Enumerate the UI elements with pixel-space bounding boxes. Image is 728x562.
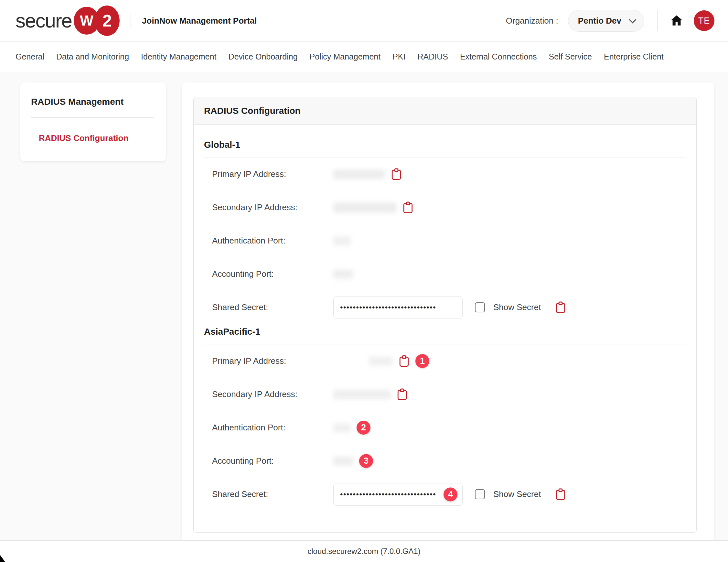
portal-title: JoinNow Management Portal xyxy=(142,16,257,26)
field-value: •••••••••••••••••••••••••••••• Show Secr… xyxy=(333,296,566,319)
field-row-shared-secret: Shared Secret: •••••••••••••••••••••••••… xyxy=(212,291,696,324)
field-row-secondary-ip: Secondary IP Address: xyxy=(212,378,696,411)
panel-title: RADIUS Configuration xyxy=(204,106,301,116)
field-value: 3 xyxy=(333,454,373,468)
field-label: Shared Secret: xyxy=(212,302,333,312)
logo-w-bubble: W xyxy=(74,7,100,35)
panel-header: RADIUS Configuration xyxy=(194,97,696,125)
annotation-badge-4: 4 xyxy=(444,487,457,501)
nav-item-identity-management[interactable]: Identity Management xyxy=(141,52,216,61)
field-row-primary-ip: Primary IP Address: 1 xyxy=(212,344,696,378)
header-separator xyxy=(657,10,658,31)
avatar[interactable]: TE xyxy=(694,10,714,31)
show-secret-label: Show Secret xyxy=(493,302,541,312)
organization-value: Pentio Dev xyxy=(578,16,621,26)
nav-item-data-and-monitoring[interactable]: Data and Monitoring xyxy=(56,52,129,61)
nav-item-pki[interactable]: PKI xyxy=(392,52,405,61)
main-content-card: RADIUS Configuration Global-1 Primary IP… xyxy=(182,82,714,540)
field-row-accounting-port: Accounting Port: xyxy=(212,257,696,291)
radius-configuration-panel: RADIUS Configuration Global-1 Primary IP… xyxy=(193,97,697,533)
section-heading-asiapacific-1: AsiaPacific-1 xyxy=(204,327,686,337)
header-divider xyxy=(131,13,131,28)
redacted-value xyxy=(333,169,385,179)
field-value xyxy=(333,270,353,279)
shared-secret-input[interactable]: •••••••••••••••••••••••••••••• xyxy=(333,483,463,506)
secret-input-wrap: •••••••••••••••••••••••••••••• xyxy=(333,296,463,319)
field-row-authentication-port: Authentication Port: xyxy=(212,224,696,257)
redacted-value xyxy=(333,270,353,279)
copy-to-clipboard-icon[interactable] xyxy=(402,201,413,214)
redacted-value xyxy=(333,202,397,213)
nav-item-policy-management[interactable]: Policy Management xyxy=(310,52,381,61)
field-value xyxy=(333,168,402,181)
chevron-down-icon xyxy=(629,16,637,24)
field-label: Primary IP Address: xyxy=(212,356,333,366)
annotation-badge-2: 2 xyxy=(357,421,370,435)
copy-to-clipboard-icon[interactable] xyxy=(555,301,566,314)
section-rows-global-1: Primary IP Address: Secondary IP Address… xyxy=(194,157,696,324)
app-header: secure W 2 JoinNow Management Portal Org… xyxy=(0,0,728,42)
sidebar-item-radius-configuration[interactable]: RADIUS Configuration xyxy=(39,133,154,143)
sidebar-title: RADIUS Management xyxy=(31,97,154,107)
home-button[interactable] xyxy=(669,14,684,28)
field-value: 2 xyxy=(333,421,370,435)
annotation-badge-1: 1 xyxy=(415,354,429,368)
shared-secret-input[interactable]: •••••••••••••••••••••••••••••• xyxy=(333,296,463,319)
field-value xyxy=(333,201,413,214)
field-value xyxy=(333,388,408,401)
redacted-value xyxy=(333,390,391,399)
field-value: 1 xyxy=(333,354,429,368)
annotation-badge-3: 3 xyxy=(359,454,373,468)
securew2-logo[interactable]: secure W 2 xyxy=(16,5,120,36)
app-footer: cloud.securew2.com (7.0.0.GA1) xyxy=(0,540,728,562)
nav-item-external-connections[interactable]: External Connections xyxy=(460,52,537,61)
header-right: Organization : Pentio Dev TE xyxy=(506,10,714,32)
nav-item-self-service[interactable]: Self Service xyxy=(549,52,592,61)
redacted-value xyxy=(333,423,351,432)
page-body: RADIUS Management RADIUS Configuration R… xyxy=(0,72,728,540)
copy-to-clipboard-icon[interactable] xyxy=(399,354,410,368)
copy-to-clipboard-icon[interactable] xyxy=(397,388,408,401)
field-row-accounting-port: Accounting Port: 3 xyxy=(212,444,696,478)
organization-label: Organization : xyxy=(506,16,558,26)
sidebar-divider xyxy=(31,117,154,118)
show-secret-checkbox[interactable] xyxy=(475,489,485,499)
field-label: Shared Secret: xyxy=(212,489,333,499)
field-row-secondary-ip: Secondary IP Address: xyxy=(212,191,696,224)
field-label: Authentication Port: xyxy=(212,423,333,433)
secret-input-wrap: •••••••••••••••••••••••••••••• 4 xyxy=(333,483,463,506)
mouse-cursor xyxy=(0,555,5,562)
section-rows-asiapacific-1: Primary IP Address: 1 Secondary IP Addre… xyxy=(194,344,696,511)
section-heading-global-1: Global-1 xyxy=(204,140,686,150)
field-label: Accounting Port: xyxy=(212,456,333,466)
radius-management-sidebar: RADIUS Management RADIUS Configuration xyxy=(20,82,166,161)
logo-bubbles: W 2 xyxy=(74,5,120,36)
redacted-value xyxy=(333,457,353,466)
field-row-primary-ip: Primary IP Address: xyxy=(212,157,696,191)
field-row-shared-secret: Shared Secret: •••••••••••••••••••••••••… xyxy=(212,478,696,511)
organization-dropdown[interactable]: Pentio Dev xyxy=(568,10,644,32)
copy-to-clipboard-icon[interactable] xyxy=(555,488,566,501)
show-secret-label: Show Secret xyxy=(493,489,541,499)
nav-item-device-onboarding[interactable]: Device Onboarding xyxy=(229,52,298,61)
home-icon xyxy=(669,14,684,28)
copy-to-clipboard-icon[interactable] xyxy=(391,168,402,181)
footer-text: cloud.securew2.com (7.0.0.GA1) xyxy=(307,547,421,556)
field-row-authentication-port: Authentication Port: 2 xyxy=(212,411,696,444)
field-label: Authentication Port: xyxy=(212,236,333,246)
field-label: Primary IP Address: xyxy=(212,169,333,179)
nav-item-enterprise-client[interactable]: Enterprise Client xyxy=(604,52,664,61)
show-secret-checkbox[interactable] xyxy=(475,302,485,312)
nav-item-general[interactable]: General xyxy=(16,52,44,61)
logo-word: secure xyxy=(16,11,72,31)
nav-item-radius[interactable]: RADIUS xyxy=(417,52,448,61)
field-value xyxy=(333,236,351,245)
field-value: •••••••••••••••••••••••••••••• 4 Show Se… xyxy=(333,483,566,506)
field-label: Secondary IP Address: xyxy=(212,202,333,212)
field-label: Secondary IP Address: xyxy=(212,389,333,399)
field-label: Accounting Port: xyxy=(212,269,333,279)
redacted-value xyxy=(369,357,393,366)
main-nav: General Data and Monitoring Identity Man… xyxy=(0,42,728,72)
redacted-value xyxy=(333,236,351,245)
